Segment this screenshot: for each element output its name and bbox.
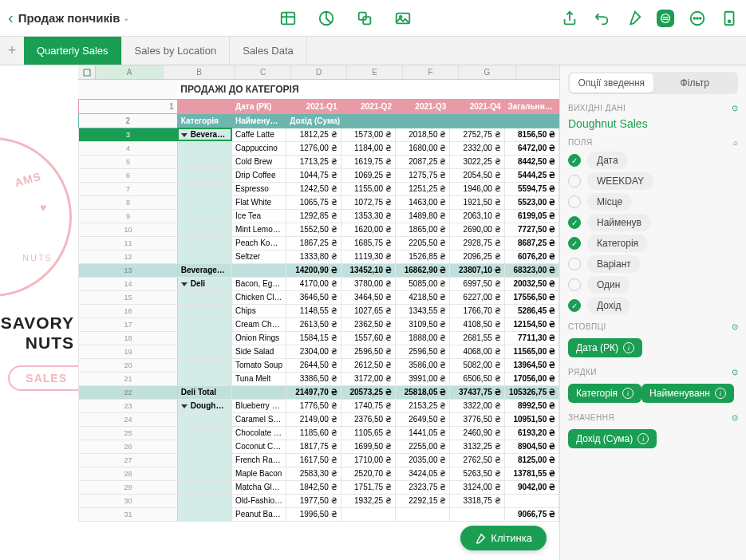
share-icon[interactable]	[561, 10, 578, 27]
table-row[interactable]: 19Side Salad2304,00 ₴2596,50 ₴2596,50 ₴4…	[79, 345, 559, 358]
col-header[interactable]: C	[235, 65, 291, 79]
columns-heading: СТОВПЦІ	[568, 322, 606, 331]
svg-point-14	[700, 18, 701, 19]
table-row[interactable]: 26Coconut Cream1817,75 ₴1699,50 ₴2255,00…	[79, 440, 559, 453]
search-fields-icon[interactable]: ⌕	[733, 138, 739, 147]
col-header[interactable]: A	[96, 65, 164, 79]
fields-heading: ПОЛЯ	[568, 138, 593, 147]
table-row[interactable]: 4Cappuccino1276,00 ₴1184,00 ₴1680,00 ₴23…	[79, 141, 559, 155]
field-label: Найменув	[587, 214, 651, 231]
table-row[interactable]: 15Chicken Club3646,50 ₴3464,50 ₴4218,50 …	[79, 290, 559, 304]
rows-more-icon[interactable]: ⊙	[732, 368, 739, 377]
table-row[interactable]: 9Ice Tea1292,85 ₴1353,30 ₴1489,80 ₴2063,…	[79, 209, 559, 223]
sheet-tab-data[interactable]: Sales Data	[230, 37, 307, 65]
field-row[interactable]: ✓Дохід	[568, 297, 738, 314]
field-row[interactable]: Варіант	[568, 255, 738, 273]
table-row[interactable]: 16Chips1148,55 ₴1027,65 ₴1343,55 ₴1766,7…	[79, 304, 559, 317]
more-icon[interactable]	[689, 10, 706, 27]
media-icon[interactable]	[394, 10, 412, 27]
field-row[interactable]: ✓Категорія	[568, 235, 738, 252]
table-row[interactable]: 22Deli Total21497,70 ₴20573,25 ₴25818,05…	[79, 385, 559, 399]
values-more-icon[interactable]: ⊙	[732, 413, 739, 422]
cell-action-button[interactable]: Клітинка	[460, 526, 547, 550]
table-row[interactable]: 7Espresso1242,50 ₴1155,00 ₴1251,25 ₴1946…	[79, 182, 559, 195]
field-row[interactable]: Один	[568, 276, 738, 294]
document-settings-icon[interactable]	[720, 10, 738, 27]
undo-icon[interactable]	[593, 10, 610, 27]
table-row[interactable]: 29Matcha Glaze1842,50 ₴1751,75 ₴2323,75 …	[79, 480, 559, 494]
col-header[interactable]: D	[291, 65, 347, 79]
sheet-tab-location[interactable]: Sales by Location	[122, 37, 231, 65]
table-row[interactable]: 24Caramel Saffron2149,00 ₴2376,50 ₴2649,…	[79, 412, 559, 426]
source-more-icon[interactable]: ⊙	[732, 104, 739, 112]
table-row[interactable]: 28Maple Bacon2583,30 ₴2520,70 ₴3424,05 ₴…	[79, 467, 559, 480]
col-header[interactable]: F	[403, 65, 459, 79]
back-chevron-icon[interactable]: ‹	[8, 9, 14, 27]
table-row[interactable]: 13Beverages Total14200,90 ₴13452,10 ₴168…	[79, 263, 559, 277]
svg-rect-0	[281, 12, 294, 24]
table-row[interactable]: 14DeliBacon, Egg, Cheese4170,00 ₴3780,00…	[79, 277, 559, 290]
field-row[interactable]: WEEKDAY	[568, 172, 738, 190]
document-title[interactable]: Продаж пончиків	[18, 11, 120, 25]
field-row[interactable]: ✓Дата	[568, 152, 738, 169]
table-row[interactable]: 23DoughnutsBlueberry Jelly1776,50 ₴1740,…	[79, 399, 559, 412]
pivot-pill[interactable]: Дохід (Сума)i	[568, 429, 657, 448]
document-dropdown-icon[interactable]: ⌄	[123, 14, 129, 22]
info-icon[interactable]: i	[622, 388, 634, 399]
pivot-pill[interactable]: Категоріяi	[568, 384, 641, 403]
pivot-pill[interactable]: Дата (РК)i	[568, 338, 642, 357]
table-row[interactable]: 31Peanut Banana1996,50 ₴9066,75 ₴	[79, 507, 559, 521]
field-checkbox[interactable]	[568, 195, 581, 208]
toolbar: ‹ Продаж пончиків ⌄	[0, 0, 746, 37]
add-sheet-button[interactable]: +	[0, 37, 24, 65]
sheet-tab-quarterly[interactable]: Quarterly Sales	[24, 37, 122, 65]
table-row[interactable]: 25Chocolate Glaze1185,60 ₴1105,65 ₴1441,…	[79, 426, 559, 440]
spreadsheet-grid[interactable]: A B C D E F G ПРОДАЖІ ДО КАТЕГОРІЯ 1 Дат…	[78, 65, 559, 560]
table-row[interactable]: 17Cream Cheese2613,50 ₴2362,50 ₴3109,50 …	[79, 317, 559, 331]
table-title[interactable]: ПРОДАЖІ ДО КАТЕГОРІЯ	[177, 80, 559, 99]
col-header[interactable]: E	[347, 65, 403, 79]
svg-rect-17	[84, 69, 90, 76]
table-row[interactable]: 3BeveragesCaffe Latte1812,25 ₴1573,00 ₴2…	[79, 128, 559, 141]
segment-pivot-options[interactable]: Опції зведення	[570, 73, 653, 93]
source-table-name[interactable]: Doughnut Sales	[568, 117, 738, 130]
shape-icon[interactable]	[356, 10, 373, 27]
field-label: Дата	[587, 152, 628, 169]
table-row[interactable]: 30Old-Fashioned1977,50 ₴1932,25 ₴2292,15…	[79, 494, 559, 507]
col-header[interactable]: G	[459, 65, 516, 79]
table-icon[interactable]	[279, 10, 297, 27]
table-row[interactable]: 8Flat White1065,75 ₴1072,75 ₴1463,00 ₴19…	[79, 195, 559, 209]
field-checkbox[interactable]: ✓	[568, 216, 581, 229]
select-all-corner[interactable]	[78, 65, 96, 79]
field-checkbox[interactable]: ✓	[568, 154, 581, 167]
field-checkbox[interactable]	[568, 278, 581, 291]
info-icon[interactable]: i	[637, 433, 649, 444]
table-row[interactable]: 12Seltzer1333,80 ₴1119,30 ₴1526,85 ₴2096…	[79, 250, 559, 263]
table-row[interactable]: 11Peach Kombucha1867,25 ₴1685,75 ₴2205,5…	[79, 236, 559, 250]
pivot-options-icon[interactable]	[657, 10, 674, 27]
table-row[interactable]: 5Cold Brew1713,25 ₴1619,75 ₴2087,25 ₴302…	[79, 155, 559, 168]
field-row[interactable]: Місце	[568, 193, 738, 211]
sheet-tab-bar: + Quarterly Sales Sales by Location Sale…	[0, 37, 746, 65]
format-brush-icon[interactable]	[625, 10, 642, 27]
field-row[interactable]: ✓Найменув	[568, 214, 738, 231]
chart-icon[interactable]	[318, 10, 335, 27]
table-row[interactable]: 21Tuna Melt3386,50 ₴3172,00 ₴3991,00 ₴65…	[79, 372, 559, 385]
table-row[interactable]: 6Drip Coffee1044,75 ₴1069,25 ₴1275,75 ₴2…	[79, 168, 559, 182]
table-row[interactable]: 10Mint Lemonade1552,50 ₴1620,00 ₴1865,00…	[79, 223, 559, 236]
field-checkbox[interactable]	[568, 258, 581, 270]
segment-filter[interactable]: Фільтр	[653, 73, 737, 93]
field-label: WEEKDAY	[587, 172, 653, 190]
col-header[interactable]: B	[164, 65, 235, 79]
sheet-background-art: AMS ♥ NUTS SAVORYNUTS SALES	[0, 65, 78, 560]
table-row[interactable]: 27French Raspberry1617,50 ₴1710,00 ₴2035…	[79, 453, 559, 467]
field-checkbox[interactable]	[568, 175, 581, 187]
info-icon[interactable]: i	[623, 342, 634, 353]
field-checkbox[interactable]: ✓	[568, 237, 581, 250]
info-icon[interactable]: i	[715, 388, 726, 399]
table-row[interactable]: 20Tomato Soup2644,50 ₴2612,50 ₴3586,00 ₴…	[79, 358, 559, 372]
columns-more-icon[interactable]: ⊙	[732, 322, 739, 331]
field-checkbox[interactable]: ✓	[568, 299, 581, 312]
pivot-pill[interactable]: Найменуваннi	[641, 384, 734, 403]
table-row[interactable]: 18Onion Rings1584,15 ₴1557,60 ₴1888,00 ₴…	[79, 331, 559, 345]
